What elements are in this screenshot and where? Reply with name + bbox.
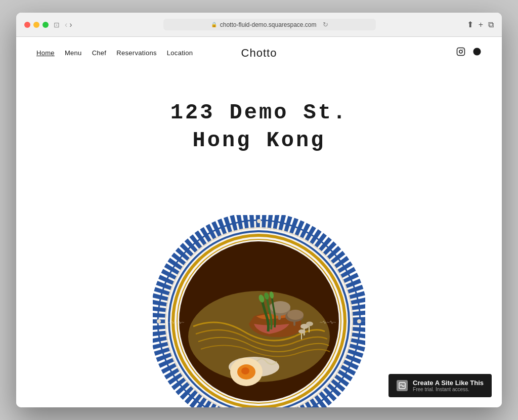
main-content: 123 Demo St. Hong Kong [16,69,502,407]
yelp-icon[interactable] [472,47,482,59]
browser-actions: ⬆ + ⧉ [467,20,494,29]
svg-point-33 [157,319,161,323]
site-header: Home Menu Chef Reservations Location Cho… [16,37,502,69]
browser-window: ⊡ ‹ › 🔒 chotto-fluid-demo.squarespace.co… [16,13,502,407]
svg-point-31 [257,219,261,223]
squarespace-logo [397,380,408,391]
forward-arrow-icon[interactable]: › [69,20,72,29]
svg-point-2 [462,49,463,50]
squarespace-text: Create A Site Like This Free trial. Inst… [413,379,484,392]
refresh-icon[interactable]: ↻ [323,21,328,28]
svg-rect-18 [278,314,281,320]
new-tab-button[interactable]: + [479,20,483,29]
minimize-button[interactable] [33,22,39,28]
url-text: chotto-fluid-demo.squarespace.com [220,21,317,28]
nav-home[interactable]: Home [36,49,55,57]
browser-chrome: ⊡ ‹ › 🔒 chotto-fluid-demo.squarespace.co… [16,13,502,37]
back-arrow-icon[interactable]: ‹ [65,20,67,29]
traffic-lights [24,22,49,28]
nav-chef[interactable]: Chef [92,49,107,57]
squarespace-subtext: Free trial. Instant access. [413,387,484,392]
site-title: Chotto [241,47,277,60]
svg-rect-0 [457,48,465,56]
duplicate-button[interactable]: ⧉ [488,20,494,29]
sidebar-toggle-icon[interactable]: ⊡ [54,21,60,29]
social-icons [456,47,482,59]
address-bar[interactable]: 🔒 chotto-fluid-demo.squarespace.com ↻ [163,19,376,30]
svg-point-15 [241,367,249,374]
ramen-bowl-image: ~∿~∿~ ~∿~∿~ [153,215,365,407]
share-button[interactable]: ⬆ [467,20,473,29]
close-button[interactable] [24,22,30,28]
window-controls-left: ⊡ ‹ › [24,20,72,29]
svg-rect-21 [293,321,295,326]
instagram-icon[interactable] [456,47,465,59]
address-line-1: 123 Demo St. [170,99,348,127]
svg-rect-25 [309,326,310,332]
svg-text:~∿~∿~: ~∿~∿~ [320,319,336,325]
svg-point-34 [357,319,361,323]
website-content: Home Menu Chef Reservations Location Cho… [16,37,502,407]
nav-location[interactable]: Location [167,49,193,57]
nav-menu[interactable]: Menu [65,49,82,57]
address-bar-wrapper: 🔒 chotto-fluid-demo.squarespace.com ↻ [78,19,461,30]
lock-icon: 🔒 [211,22,217,27]
svg-point-1 [459,50,462,53]
hero-address: 123 Demo St. Hong Kong [170,99,348,154]
svg-point-26 [298,329,306,333]
squarespace-banner[interactable]: Create A Site Like This Free trial. Inst… [388,374,492,397]
maximize-button[interactable] [42,22,49,28]
nav-reservations[interactable]: Reservations [116,49,156,57]
address-line-2: Hong Kong [170,127,348,155]
svg-point-20 [287,310,304,320]
svg-point-24 [306,322,313,326]
svg-rect-27 [301,333,302,340]
squarespace-cta: Create A Site Like This [413,379,484,387]
site-nav: Home Menu Chef Reservations Location [36,49,193,57]
nav-arrows: ‹ › [65,20,72,29]
svg-text:~∿~∿~: ~∿~∿~ [168,319,185,325]
